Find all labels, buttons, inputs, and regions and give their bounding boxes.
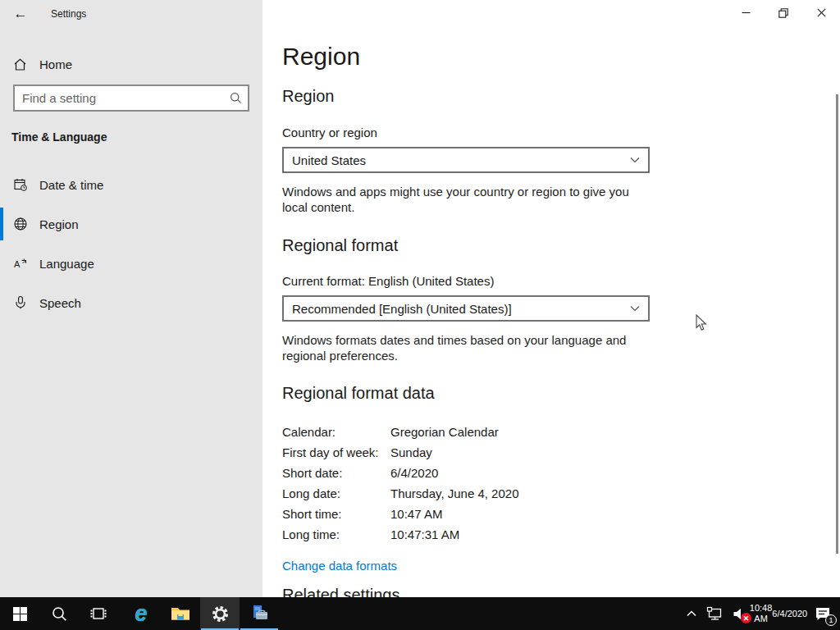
row-label: Short time: (282, 507, 390, 521)
row-value: 6/4/2020 (390, 466, 438, 480)
clock[interactable]: 10:48 AM 6/4/2020 (751, 597, 806, 630)
internet-explorer-icon: e (135, 603, 147, 625)
sidebar-item-label: Region (39, 217, 79, 231)
network-icon (706, 606, 723, 621)
table-row: Short time: 10:47 AM (282, 504, 519, 524)
row-value: 10:47:31 AM (390, 527, 459, 541)
sidebar-item-region[interactable]: Region (0, 208, 262, 240)
task-view-button[interactable] (79, 597, 118, 630)
file-explorer-button[interactable] (161, 597, 200, 630)
minimize-button[interactable] (727, 0, 765, 25)
globe-icon (13, 217, 28, 235)
minimize-icon (742, 8, 751, 17)
svg-text:A: A (14, 259, 21, 269)
back-arrow-icon: ← (14, 6, 28, 22)
system-tray: ✕ 10:48 AM 6/4/2020 1 (681, 597, 840, 630)
close-button[interactable] (802, 0, 840, 25)
chevron-down-icon (630, 157, 648, 163)
settings-window: ← Settings Home Time & Language Date & t… (0, 0, 840, 630)
table-row: Short date: 6/4/2020 (282, 463, 519, 483)
regional-format-dropdown-value: Recommended [English (United States)] (284, 302, 630, 316)
calendar-clock-icon (13, 177, 28, 195)
search-input[interactable] (15, 86, 223, 110)
row-value: 10:47 AM (390, 507, 442, 521)
row-value: Thursday, June 4, 2020 (390, 486, 519, 500)
file-explorer-icon (171, 605, 190, 622)
change-data-formats-link[interactable]: Change data formats (282, 559, 397, 573)
restore-icon (778, 8, 788, 18)
country-dropdown-value: United States (284, 153, 630, 167)
vertical-scrollbar[interactable] (836, 94, 838, 554)
region-section-heading: Region (282, 87, 334, 106)
home-icon (13, 57, 27, 75)
tray-chevron-button[interactable] (681, 597, 702, 630)
notification-badge: 1 (825, 614, 837, 626)
chevron-up-icon (687, 610, 696, 617)
language-a-icon: A (13, 256, 28, 274)
microphone-icon (13, 295, 28, 313)
sidebar-item-language[interactable]: A Language (0, 247, 262, 280)
table-row: First day of week: Sunday (282, 442, 519, 463)
restore-button[interactable] (765, 0, 802, 25)
sidebar-item-label: Language (39, 257, 94, 271)
sidebar-item-label: Date & time (39, 178, 103, 192)
computer-management-button[interactable] (240, 597, 279, 630)
search-icon (52, 606, 67, 622)
taskbar-search-button[interactable] (39, 597, 79, 630)
internet-explorer-button[interactable]: e (121, 597, 161, 630)
table-row: Long time: 10:47:31 AM (282, 524, 519, 545)
row-label: Short date: (282, 466, 390, 480)
computer-toolbox-icon (249, 604, 269, 623)
row-label: Long date: (282, 486, 390, 500)
regional-format-dropdown[interactable]: Recommended [English (United States)] (282, 295, 650, 322)
selected-indicator (0, 208, 3, 240)
task-view-icon (90, 606, 107, 621)
related-settings-heading: Related settings (282, 586, 399, 597)
sidebar-item-home[interactable]: Home (0, 49, 262, 80)
close-icon (817, 8, 826, 17)
sidebar-item-label: Home (39, 57, 72, 71)
table-row: Calendar: Gregorian Calendar (282, 422, 519, 442)
back-button[interactable]: ← (7, 2, 34, 26)
table-row: Long date: Thursday, June 4, 2020 (282, 483, 519, 504)
chevron-down-icon (630, 305, 648, 312)
action-center-button[interactable]: 1 (806, 597, 840, 630)
country-label: Country or region (282, 126, 377, 139)
current-format-label: Current format: English (United States) (282, 274, 494, 288)
sidebar-item-speech[interactable]: Speech (0, 286, 262, 319)
page-title: Region (282, 43, 360, 71)
row-label: First day of week: (282, 445, 390, 459)
format-section-heading: Regional format (282, 236, 398, 255)
tray-time: 10:48 AM (750, 603, 773, 624)
row-value: Gregorian Calendar (390, 425, 499, 439)
windows-logo-icon (13, 607, 27, 621)
tray-date: 6/4/2020 (772, 609, 807, 619)
country-dropdown[interactable]: United States (282, 147, 650, 173)
row-label: Calendar: (282, 425, 390, 439)
volume-tray-button[interactable]: ✕ (727, 597, 751, 630)
taskbar: e ✕ 10:48 AM 6/4/2020 (0, 597, 840, 630)
row-value: Sunday (390, 445, 432, 459)
main-content: Region Region Country or region United S… (262, 0, 840, 597)
row-label: Long time: (282, 527, 390, 541)
settings-taskbar-button[interactable] (200, 597, 240, 630)
window-controls (727, 0, 840, 25)
format-data-table: Calendar: Gregorian Calendar First day o… (282, 422, 519, 545)
start-button[interactable] (0, 597, 39, 630)
gear-icon (211, 605, 230, 623)
network-tray-button[interactable] (702, 597, 727, 630)
sidebar-section-label: Time & Language (11, 130, 107, 144)
search-icon (223, 92, 248, 104)
sidebar-item-label: Speech (39, 296, 81, 310)
region-description: Windows and apps might use your country … (282, 184, 656, 215)
search-box (13, 84, 249, 112)
format-description: Windows formats dates and times based on… (282, 332, 656, 363)
sidebar-item-date-time[interactable]: Date & time (0, 168, 262, 201)
window-title: Settings (51, 8, 86, 20)
sidebar: ← Settings Home Time & Language Date & t… (0, 0, 262, 597)
format-data-heading: Regional format data (282, 384, 435, 403)
